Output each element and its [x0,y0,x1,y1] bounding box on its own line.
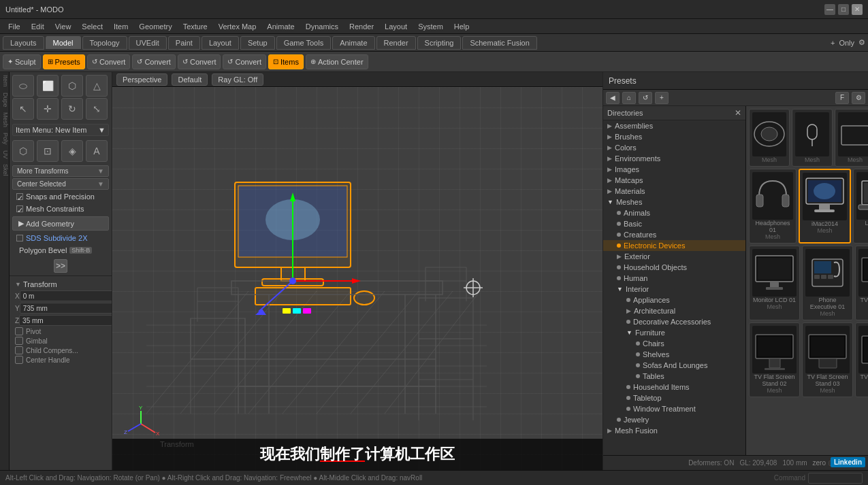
dir-tabletop[interactable]: Tabletop [603,392,745,403]
item-phone-executive[interactable]: Phone Executive 01 Mesh [802,246,853,320]
dir-meshes[interactable]: ▼Meshes [603,197,745,207]
menu-system[interactable]: System [413,21,449,32]
tool-b4[interactable]: A [86,140,108,162]
dir-creatures[interactable]: Creatures [603,229,745,240]
dir-brushes[interactable]: ▶Brushes [603,131,745,142]
dir-architectural[interactable]: ▶Architectural [603,305,745,316]
add-geometry-button[interactable]: ▶ Add Geometry [12,216,109,231]
tool-cube[interactable]: ⬜ [37,75,59,97]
dir-decorative[interactable]: Decorative Accessories [603,316,745,327]
tool-rotate[interactable]: ↻ [61,98,83,120]
dir-images[interactable]: ▶Images [603,164,745,175]
presets-refresh-button[interactable]: ↺ [639,92,652,104]
item-thumb-1[interactable]: Mesh [792,109,833,167]
menu-file[interactable]: File [3,21,26,32]
default-button[interactable]: Default [172,73,208,86]
item-thumb-0[interactable]: Mesh [749,109,790,167]
presets-home-button[interactable]: ⌂ [622,92,636,104]
tab-render[interactable]: Render [376,36,416,50]
dir-household-objects[interactable]: Household Objects [603,262,745,273]
convert3-button[interactable]: ↺ Convert [178,54,221,69]
item-tv-wall-01[interactable]: TV Flat Screen Wall 01 Mesh [855,322,868,397]
tab-add-button[interactable]: + [831,39,835,47]
convert2-button[interactable]: ↺ Convert [132,54,176,69]
item-tv-stand-02[interactable]: TV Flat Screen Stand 02 Mesh [749,322,800,397]
menu-select[interactable]: Select [76,21,108,32]
presets-add-button[interactable]: + [655,92,669,104]
menu-animate[interactable]: Animate [261,21,300,32]
viewport[interactable]: Perspective Default Ray GL: Off [112,72,602,470]
tool-b2[interactable]: ⊡ [37,140,59,162]
dir-interior[interactable]: ▼Interior [603,284,745,295]
pivot-row[interactable]: Pivot [12,327,109,336]
item-tv-stand-03[interactable]: TV Flat Screen Stand 03 Mesh [802,322,853,397]
item-monitor-lcd[interactable]: Monitor LCD 01 Mesh [749,246,800,320]
items-button[interactable]: ⊡ Items [268,54,304,69]
mesh-constraints-button[interactable]: ✓ Mesh Constraints [12,203,109,214]
sds-subdivide-button[interactable]: SDS Subdivide 2X [12,233,109,244]
convert1-button[interactable]: ↺ Convert [87,54,131,69]
menu-item[interactable]: Item [108,21,133,32]
menu-view[interactable]: View [50,21,77,32]
item-imac2014[interactable]: iMac2014 Mesh [799,169,851,244]
maximize-button[interactable]: □ [838,4,849,15]
tab-settings-icon[interactable]: ⚙ [858,38,865,47]
tool-cone[interactable]: △ [86,75,108,97]
tool-b1[interactable]: ⬡ [12,140,34,162]
command-input[interactable] [808,473,863,484]
dir-electronic-devices[interactable]: Electronic Devices [603,240,745,251]
tool-move[interactable]: ✛ [37,98,59,120]
menu-dynamics[interactable]: Dynamics [300,21,344,32]
dir-close-button[interactable]: ✕ [735,108,741,118]
dir-sofas[interactable]: Sofas And Lounges [603,360,745,371]
dir-shelves[interactable]: Shelves [603,349,745,360]
item-thumb-2[interactable]: Mesh [835,109,868,167]
sculpt-button[interactable]: ✦ Sculpt [3,54,41,69]
presets-back-button[interactable]: ◀ [606,92,620,104]
dir-environments[interactable]: ▶Environments [603,153,745,164]
dir-appliances[interactable]: Appliances [603,295,745,305]
menu-texture[interactable]: Texture [178,21,213,32]
center-handle-row[interactable]: Center Handle [12,355,109,365]
presets-view-button[interactable]: F [835,92,849,104]
gimbal-row[interactable]: Gimbal [12,336,109,346]
more-transforms-dropdown[interactable]: More Transforms ▼ [12,165,109,177]
dir-colors[interactable]: ▶Colors [603,142,745,153]
dir-household-items[interactable]: Household Items [603,382,745,392]
raygl-button[interactable]: Ray GL: Off [212,73,263,86]
tab-layouts[interactable]: Layouts [3,36,44,50]
child-compensate-row[interactable]: Child Compens... [12,346,109,355]
tool-cylinder[interactable]: ⬡ [61,75,83,97]
menu-geometry[interactable]: Geometry [133,21,177,32]
dir-exterior[interactable]: ▶Exterior [603,251,745,262]
tab-setup[interactable]: Setup [240,36,275,50]
tab-game-tools[interactable]: Game Tools [276,36,332,50]
tab-layout[interactable]: Layout [202,36,239,50]
dir-tables[interactable]: Tables [603,371,745,382]
tab-paint[interactable]: Paint [168,36,200,50]
dir-materials[interactable]: ▶Materials [603,186,745,197]
presets-settings-button[interactable]: ⚙ [852,92,865,104]
menu-render[interactable]: Render [344,21,379,32]
expand-button[interactable]: >> [54,259,67,273]
center-selected-dropdown[interactable]: Center Selected ▼ [12,178,109,190]
dir-chairs[interactable]: Chairs [603,338,745,349]
dir-basic[interactable]: Basic [603,218,745,229]
tab-uvedit[interactable]: UVEdit [129,36,167,50]
tab-scripting[interactable]: Scripting [417,36,462,50]
menu-edit[interactable]: Edit [26,21,50,32]
tool-b3[interactable]: ◈ [61,140,83,162]
menu-layout[interactable]: Layout [379,21,413,32]
polygon-bevel-button[interactable]: Polygon Bevel Shift-B [12,245,109,256]
menu-vertex-map[interactable]: Vertex Map [213,21,262,32]
tool-select[interactable]: ↖ [12,98,34,120]
position-x-input[interactable] [20,290,112,301]
tab-topology[interactable]: Topology [82,36,127,50]
position-y-input[interactable] [20,303,112,314]
tab-animate[interactable]: Animate [332,36,374,50]
perspective-button[interactable]: Perspective [116,73,167,86]
dir-human[interactable]: Human [603,273,745,284]
transform-title[interactable]: ▼ Transform [12,279,109,290]
dir-mesh-fusion[interactable]: ▶Mesh Fusion [603,425,745,436]
menu-help[interactable]: Help [449,21,475,32]
